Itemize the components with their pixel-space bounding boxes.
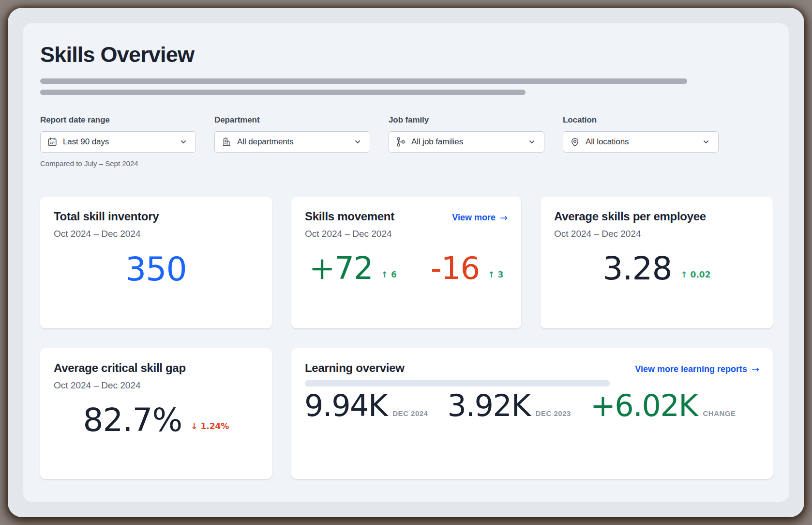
chevron-down-icon [353, 137, 362, 147]
card-title: Average skills per employee [554, 210, 759, 223]
card-date-range: Oct 2024 – Dec 2024 [54, 380, 258, 391]
filter-label: Location [563, 115, 719, 125]
delta-value: 6 [391, 270, 397, 279]
skills-gained-value: +72 [309, 253, 373, 284]
card-title: Skills movement [305, 210, 394, 223]
stat-value: +6.02K [590, 391, 698, 421]
view-more-link[interactable]: View more → [452, 212, 508, 223]
learning-skeleton-bar [305, 380, 610, 386]
arrow-right-icon: → [500, 212, 508, 223]
delta-value: 0.02 [691, 270, 711, 279]
location-pin-icon [570, 137, 580, 147]
total-skill-inventory-value: 350 [125, 250, 187, 288]
filter-label: Job family [389, 115, 544, 125]
stat-label: DEC 2024 [392, 409, 428, 417]
average-skills-delta: ↑ 0.02 [680, 270, 710, 279]
learning-stat-current: 9.94K DEC 2024 [304, 391, 428, 421]
critical-skill-gap-delta: ↓ 1.24% [191, 421, 229, 431]
learning-stat-previous: 3.92K DEC 2023 [447, 391, 571, 421]
filter-job-family: Job family All job families [389, 115, 544, 168]
skills-lost-group: -16 ↑ 3 [431, 253, 504, 284]
filter-department: Department All departments [214, 115, 370, 168]
card-average-critical-skill-gap: Average critical skill gap Oct 2024 – De… [40, 348, 272, 479]
view-more-learning-reports-link[interactable]: View more learning reports → [635, 364, 759, 374]
card-title: Total skill inventory [54, 210, 258, 223]
arrow-up-icon: ↑ [488, 270, 495, 279]
stat-label: DEC 2023 [536, 409, 571, 417]
dropdown-value: Last 90 days [63, 137, 109, 147]
stat-value: 9.94K [304, 391, 387, 421]
delta-value: 3 [497, 270, 503, 279]
building-icon [221, 137, 232, 147]
dashboard-panel: Skills Overview Report date range Last 9… [23, 23, 789, 502]
delta-value: 1.24% [200, 421, 229, 431]
card-title: Learning overview [305, 361, 405, 375]
org-chart-icon [395, 137, 406, 147]
skeleton-bar [40, 90, 526, 95]
card-learning-overview: Learning overview View more learning rep… [291, 348, 773, 479]
dropdown-value: All locations [586, 137, 629, 147]
arrow-up-icon: ↑ [381, 270, 388, 279]
filter-bar: Report date range Last 90 days Compared … [40, 115, 772, 168]
arrow-down-icon: ↓ [191, 421, 197, 431]
stat-value: 3.92K [447, 391, 530, 421]
stat-label: CHANGE [703, 409, 736, 417]
card-skills-movement: Skills movement View more → Oct 2024 – D… [291, 197, 521, 328]
card-date-range: Oct 2024 – Dec 2024 [54, 229, 258, 239]
card-total-skill-inventory: Total skill inventory Oct 2024 – Dec 202… [40, 197, 272, 328]
view-more-label: View more [452, 213, 496, 223]
average-skills-value: 3.28 [602, 253, 672, 285]
report-date-range-dropdown[interactable]: Last 90 days [40, 131, 196, 153]
metric-cards-row-2: Average critical skill gap Oct 2024 – De… [40, 348, 772, 479]
learning-stat-change: +6.02K CHANGE [590, 391, 736, 421]
view-more-learning-label: View more learning reports [635, 364, 747, 374]
dropdown-value: All departments [237, 137, 294, 147]
app-window: Skills Overview Report date range Last 9… [8, 8, 804, 517]
calendar-icon [47, 137, 58, 147]
header-skeleton [40, 78, 772, 95]
card-date-range: Oct 2024 – Dec 2024 [305, 229, 508, 239]
location-dropdown[interactable]: All locations [563, 131, 719, 153]
chevron-down-icon [179, 137, 188, 147]
dropdown-value: All job families [411, 137, 463, 147]
comparison-helper-text: Compared to July – Sept 2024 [40, 159, 196, 168]
skeleton-bar [40, 78, 687, 84]
filter-label: Report date range [40, 115, 196, 125]
learning-stats: 9.94K DEC 2024 3.92K DEC 2023 +6.02K CHA… [304, 391, 736, 421]
arrow-right-icon: → [752, 364, 759, 374]
department-dropdown[interactable]: All departments [214, 131, 370, 153]
filter-location: Location All locations [563, 115, 719, 168]
card-date-range: Oct 2024 – Dec 2024 [554, 229, 759, 239]
job-family-dropdown[interactable]: All job families [389, 131, 544, 153]
metric-cards-row-1: Total skill inventory Oct 2024 – Dec 202… [40, 197, 772, 328]
chevron-down-icon [527, 137, 537, 147]
page-title: Skills Overview [40, 43, 772, 67]
skills-gained-delta: ↑ 6 [381, 270, 397, 279]
chevron-down-icon [701, 137, 711, 147]
skills-lost-delta: ↑ 3 [488, 270, 503, 279]
card-title: Average critical skill gap [54, 361, 258, 375]
critical-skill-gap-value: 82.7% [83, 404, 182, 436]
arrow-up-icon: ↑ [680, 270, 687, 279]
skills-lost-value: -16 [431, 253, 480, 284]
skills-gained-group: +72 ↑ 6 [309, 253, 397, 284]
filter-label: Department [214, 115, 370, 125]
card-average-skills-per-employee: Average skills per employee Oct 2024 – D… [541, 197, 773, 328]
filter-report-date-range: Report date range Last 90 days Compared … [40, 115, 196, 168]
